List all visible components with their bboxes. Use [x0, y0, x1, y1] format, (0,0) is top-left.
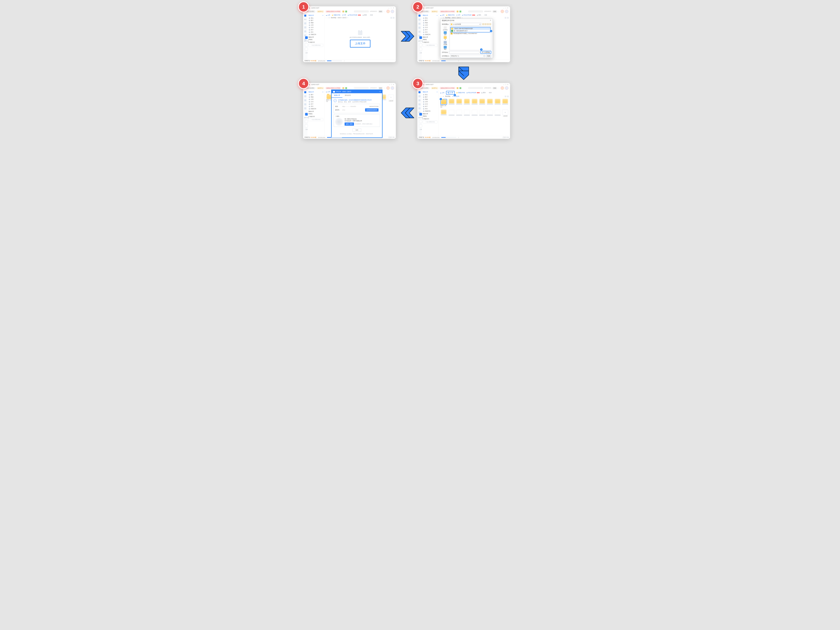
rail-album-icon[interactable] [304, 30, 306, 32]
sidebar-myshare[interactable]: 我的分享 [308, 36, 323, 38]
quota-used: 157G/512SG [318, 60, 325, 62]
sidebar-recycle[interactable]: 回收站 [308, 39, 323, 41]
dialog-file-item[interactable]: 考试加油高考升学创意_1733199587827 [450, 32, 491, 35]
titlebar: 百度网盘 · 老师查分助手 —□✕ [417, 6, 510, 9]
qr-label: 二维码 [335, 115, 379, 117]
filetype-dropdown[interactable]: 所有文件(*.*)▾ [450, 55, 485, 57]
action-more[interactable]: ···更多 [369, 14, 373, 16]
sidebar-item-doc[interactable]: 文档 [308, 24, 323, 26]
search-button[interactable]: 搜索 [378, 10, 383, 13]
search-input[interactable] [354, 10, 369, 13]
more-menu[interactable]: ⋮ [384, 11, 385, 12]
action-compare[interactable]: ⇄ 对比文件目录new [348, 14, 361, 16]
panel-step-4: 4 百度网盘 · 老师查分助手 —□✕ 创建企业/团队 会员中心 超级会员延长S… [301, 81, 398, 141]
dialog-file-item[interactable]: 【演示】期中考试等级查询-图片 [451, 28, 490, 30]
share-highlight[interactable]: 分享 [446, 91, 455, 95]
action-delete[interactable]: 🗑 删除 [363, 14, 367, 16]
share-success-line2: 通过QQ、微信、微博、QQ空间等分享给好友吧 [338, 101, 372, 103]
promo-pill[interactable]: 超级会员延长SVIP特权 [325, 10, 341, 13]
share-pwd[interactable]: v7xn [342, 109, 364, 111]
dialog-lookin-label: 查找范围(I): [442, 23, 449, 25]
gift-icon[interactable] [345, 11, 347, 13]
checkbox-icon[interactable]: ☑ 全部文件 [452, 96, 459, 97]
panel-step-1: 1 百度网盘 · 老师查分助手 — □ ✕ 创建企业/团队 会员中心 超级会员延… [301, 4, 398, 65]
share-expire: 链接365天后失效 [369, 106, 379, 107]
dialog-folder-dropdown[interactable]: 12.3文件封面▾ [450, 23, 481, 25]
app-download-block: APP下载 工具 [304, 36, 309, 54]
avatar-secondary-icon[interactable] [391, 10, 394, 13]
empty-stage: 超大空间等你来填满，快来上传吧~ 上传文件 [324, 19, 396, 59]
action-upload[interactable]: ☁ 上传 [326, 14, 330, 16]
rail-msg-icon[interactable] [304, 26, 306, 28]
mini-badge-2: 2 [453, 94, 456, 96]
tool-icon-2[interactable] [305, 48, 308, 51]
sidebar-head[interactable]: 我的文件 [308, 14, 323, 16]
dialog-file-item[interactable]: 初一期末成绩查询-统计 [451, 30, 490, 32]
share-footnote: 请勿侵犯他人合法权益，严禁传播违禁违法内容，否则封号处理。 [334, 133, 380, 136]
rail-home-icon[interactable] [304, 14, 306, 17]
share-close-button[interactable]: 关闭 [352, 128, 361, 132]
win-close[interactable]: ✕ [393, 7, 394, 9]
title-suffix: · 老师查分助手 [311, 7, 319, 9]
nav-back-icon[interactable]: ‹ [326, 17, 326, 19]
upload-big-button[interactable]: 上传文件 [350, 39, 370, 47]
win-max[interactable]: □ [391, 7, 392, 9]
footer: 空间扩容 ¥0.03/G起 157G/512SG ⤢ [303, 59, 396, 62]
check-circle-icon: ✓ [334, 99, 337, 102]
tutorial-canvas: 1 百度网盘 · 老师查分助手 — □ ✕ 创建企业/团队 会员中心 超级会员延… [294, 0, 546, 168]
avatar-icon[interactable] [387, 10, 390, 13]
mini-badge-2: 2 [480, 48, 483, 51]
sidebar-quick-add[interactable]: + 加入常用文件夹 [308, 44, 323, 47]
quota-label[interactable]: 空间扩容 ¥0.03/G起 [305, 60, 316, 62]
nav-refresh-icon[interactable]: ⟳ [328, 17, 330, 19]
sidebar-item-seed[interactable]: 种子 [308, 29, 323, 31]
copy-qr-button[interactable]: 复制二维码 [344, 123, 354, 126]
share-close-icon[interactable]: ✕ [379, 91, 381, 92]
dialog-title: 请选择文件/文件夹 [442, 19, 455, 22]
sidebar-quick-head[interactable]: ▸ 快捷访问 [308, 41, 323, 43]
rail-transfer-icon[interactable] [304, 22, 306, 24]
tab-link-share[interactable]: 链接分享 [332, 93, 343, 98]
sidebar-item-other[interactable]: 其它 [308, 31, 323, 33]
upload-cell[interactable]: + 上传文件 [502, 110, 508, 117]
sidebar-item-image[interactable]: 图片 [308, 19, 323, 22]
cloud-icon [333, 91, 335, 93]
sidebar-item-video[interactable]: 视频 [308, 22, 323, 24]
main-area: ☁ 上传 📁 新建文件夹 ⚲ 分享 ⇄ 对比文件目录new 🗑 删除 ···更多… [324, 14, 396, 59]
app-window: 百度网盘 · 老师查分助手 —□✕ 创建企业/团队 会员中心 超级会员延长SVI… [303, 83, 396, 139]
app-window: 百度网盘 · 老师查分助手 —□✕ 创建企业/团队 会员中心 超级会员延长SVI… [417, 6, 510, 62]
app-icon[interactable] [305, 36, 308, 39]
copy-link-button[interactable]: 复制链接及提取码 [365, 108, 379, 112]
quota-bar [327, 60, 342, 61]
view-toggle[interactable] [390, 17, 395, 19]
tool-icon[interactable] [305, 43, 308, 46]
gamepad-icon[interactable] [343, 11, 344, 13]
share-tabs: 链接分享 发给好友 [332, 93, 382, 98]
action-bar: ☁ 上传 📁 新建文件夹 ⚲ 分享 ⇄ 对比文件目录new 🗑 删除 ···更多 [324, 14, 396, 17]
quota-expand-icon[interactable]: ⤢ [344, 60, 345, 62]
dialog-places: 主文件夹 桌面 库 此电脑 网络 [442, 26, 448, 50]
qr-code-icon [335, 118, 343, 126]
sidebar: 我的文件 最近 图片 视频 文档 音乐 种子 其它 隐藏空间 我的分享 回收站 … [308, 14, 324, 59]
action-share[interactable]: ⚲ 分享 [342, 14, 346, 16]
share-link[interactable]: https ············ 91kra30Z [342, 106, 368, 107]
panel-step-2: 2 百度网盘 · 老师查分助手 —□✕ 创建企业/团队 会员中心 超级会员延长S… [415, 4, 512, 65]
action-newfolder[interactable]: 📁 新建文件夹 [332, 14, 340, 16]
nav-fwd-icon[interactable]: › [327, 17, 328, 19]
tab-send-friend[interactable]: 发给好友 [343, 93, 353, 98]
sidebar-item-music[interactable]: 音乐 [308, 26, 323, 29]
file-grid: 1 易查分【演示】 [439, 98, 510, 118]
filename-input[interactable] [449, 51, 480, 54]
win-min[interactable]: — [388, 7, 389, 9]
member-center-pill[interactable]: 会员中心 [316, 10, 324, 13]
sidebar-item-hidden[interactable]: 隐藏空间 [308, 33, 323, 36]
sidebar-item-recent[interactable]: 最近 [308, 17, 323, 19]
svg-marker-3 [459, 71, 469, 80]
dialog-selection-box: 【演示】期中考试等级查询-图片 初一期末成绩查询-统计 [450, 27, 491, 32]
breadcrumb[interactable]: 我的网盘 > 易查分【演示】 > [331, 17, 348, 19]
mini-badge-1: 1 [490, 30, 492, 32]
dialog-close-icon[interactable]: ✕ [490, 19, 491, 22]
dialog-cancel-button[interactable]: 取消 [486, 55, 491, 57]
dialog-save-button[interactable]: 存入百度网盘 [480, 51, 491, 54]
filename-label: 文件名(N): [442, 51, 448, 53]
